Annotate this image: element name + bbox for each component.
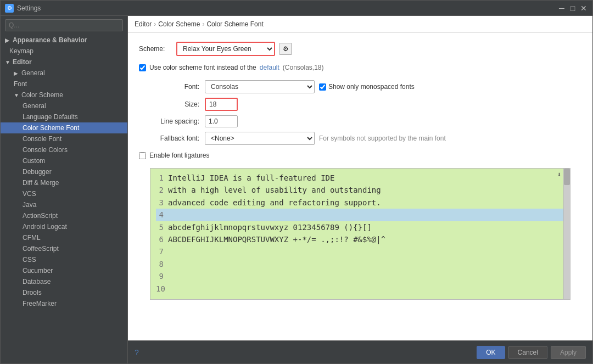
window-title: Settings: [17, 4, 41, 12]
main-panel: Editor › Color Scheme › Color Scheme Fon…: [128, 16, 592, 363]
bottom-bar: ? OK Cancel Apply: [128, 340, 592, 363]
fallback-control: <None> For symbols not supported by the …: [205, 132, 581, 145]
line-spacing-label: Line spacing:: [139, 117, 199, 125]
search-input[interactable]: [5, 19, 123, 31]
scheme-label: Scheme:: [139, 45, 172, 53]
sidebar-item-cs-general[interactable]: General: [1, 100, 127, 111]
sidebar-item-keymap[interactable]: Keymap: [1, 46, 127, 57]
breadcrumb-cs-font: Color Scheme Font: [206, 20, 263, 28]
sidebar: ▶ Appearance & Behavior Keymap ▼ Editor …: [1, 16, 128, 363]
breadcrumb: Editor › Color Scheme › Color Scheme Fon…: [128, 16, 592, 33]
arrow-icon-general: ▶: [14, 70, 19, 76]
main-content: ▶ Appearance & Behavior Keymap ▼ Editor …: [1, 16, 592, 363]
preview-content: 1 IntelliJ IDEA is a full-featured IDE 2…: [150, 169, 570, 298]
mono-checkbox-row: Show only monospaced fonts: [319, 83, 415, 91]
sidebar-item-language-defaults[interactable]: Language Defaults: [1, 111, 127, 122]
use-font-checkbox[interactable]: [139, 64, 146, 71]
default-link[interactable]: default: [260, 64, 279, 71]
search-box: [1, 16, 127, 35]
sidebar-item-freemarker[interactable]: FreeMarker: [1, 298, 127, 309]
preview-line-6: 6 ABCDEFGHIJKLMNOPQRSTUVWXYZ +-*/= .,;:!…: [156, 233, 564, 245]
sidebar-item-android-logcat[interactable]: Android Logcat: [1, 221, 127, 232]
help-icon[interactable]: ?: [135, 348, 139, 357]
preview-scrollbar[interactable]: [563, 169, 570, 299]
sidebar-item-vcs[interactable]: VCS: [1, 188, 127, 199]
font-control: Consolas Show only monospaced fonts: [205, 80, 581, 93]
sidebar-item-console-font[interactable]: Console Font: [1, 133, 127, 144]
size-control: [205, 98, 581, 111]
maximize-button[interactable]: □: [568, 4, 577, 13]
line-spacing-control: [205, 115, 581, 127]
preview-line-10: 10: [156, 283, 564, 295]
apply-button[interactable]: Apply: [551, 346, 586, 359]
show-mono-label: Show only monospaced fonts: [328, 83, 415, 91]
sidebar-item-cucumber[interactable]: Cucumber: [1, 265, 127, 276]
titlebar-left: ⚙ Settings: [5, 4, 41, 13]
sidebar-item-diff-merge[interactable]: Diff & Merge: [1, 177, 127, 188]
sidebar-item-actionscript[interactable]: ActionScript: [1, 210, 127, 221]
preview-area: 1 IntelliJ IDEA is a full-featured IDE 2…: [150, 168, 570, 300]
sidebar-item-font[interactable]: Font: [1, 79, 127, 89]
sidebar-item-color-scheme[interactable]: ▼ Color Scheme: [1, 89, 127, 100]
scrollbar-thumb[interactable]: [564, 169, 570, 185]
close-button[interactable]: ✕: [579, 4, 588, 13]
scheme-gear-button[interactable]: ⚙: [279, 43, 292, 55]
sidebar-item-general[interactable]: ▶ General: [1, 68, 127, 79]
sidebar-item-editor[interactable]: ▼ Editor: [1, 57, 127, 68]
settings-panel: Scheme: Relax Your Eyes Green ⚙ Use colo…: [128, 33, 592, 340]
preview-line-7: 7: [156, 245, 564, 257]
fallback-select[interactable]: <None>: [205, 132, 315, 145]
show-mono-checkbox[interactable]: [319, 83, 326, 91]
cancel-button[interactable]: Cancel: [508, 346, 547, 359]
sidebar-item-debugger[interactable]: Debugger: [1, 166, 127, 177]
preview-icon: ⬇: [557, 171, 561, 178]
scheme-row: Scheme: Relax Your Eyes Green ⚙: [139, 42, 581, 56]
app-icon: ⚙: [5, 4, 14, 13]
size-input[interactable]: [205, 98, 238, 111]
preview-line-3: 3 advanced code editing and refactoring …: [156, 197, 564, 209]
sidebar-item-color-scheme-font[interactable]: Color Scheme Font: [1, 122, 127, 133]
ok-button[interactable]: OK: [477, 346, 505, 359]
settings-grid: Font: Consolas Show only monospaced font…: [139, 80, 581, 145]
sidebar-item-coffeescript[interactable]: CoffeeScript: [1, 243, 127, 254]
sidebar-item-css[interactable]: CSS: [1, 254, 127, 265]
arrow-icon: ▶: [5, 37, 10, 43]
size-label: Size:: [139, 100, 199, 108]
minimize-button[interactable]: ─: [557, 4, 566, 13]
font-select[interactable]: Consolas: [205, 80, 315, 93]
sidebar-item-cfml[interactable]: CFML: [1, 232, 127, 243]
breadcrumb-color-scheme: Color Scheme: [158, 20, 200, 28]
default-info: (Consolas,18): [283, 64, 324, 71]
ligatures-row: Enable font ligatures: [139, 152, 581, 159]
preview-line-5: 5 abcdefghijklmnopqrstuvwxyz 0123456789 …: [156, 221, 564, 233]
preview-line-9: 9: [156, 270, 564, 282]
breadcrumb-sep-2: ›: [202, 20, 204, 28]
font-label: Font:: [139, 83, 199, 91]
preview-line-2: 2 with a high level of usability and out…: [156, 184, 564, 196]
breadcrumb-sep-1: ›: [154, 20, 156, 28]
sidebar-item-database[interactable]: Database: [1, 276, 127, 287]
line-spacing-input[interactable]: [205, 115, 238, 127]
settings-window: ⚙ Settings ─ □ ✕ ▶ Appearance & Behavior…: [0, 0, 593, 364]
ligatures-label: Enable font ligatures: [149, 152, 209, 159]
scheme-select[interactable]: Relax Your Eyes Green: [176, 42, 275, 56]
sidebar-item-drools[interactable]: Drools: [1, 287, 127, 298]
ligatures-checkbox[interactable]: [139, 152, 146, 159]
sidebar-item-java[interactable]: Java: [1, 199, 127, 210]
sidebar-item-custom[interactable]: Custom: [1, 155, 127, 166]
fallback-label: Fallback font:: [139, 135, 199, 142]
arrow-icon-cs: ▼: [14, 92, 19, 98]
preview-line-8: 8: [156, 258, 564, 270]
titlebar: ⚙ Settings ─ □ ✕: [1, 1, 592, 16]
use-font-label: Use color scheme font instead of the: [149, 64, 256, 71]
window-controls: ─ □ ✕: [557, 4, 588, 13]
breadcrumb-editor: Editor: [135, 20, 152, 28]
preview-line-1: 1 IntelliJ IDEA is a full-featured IDE: [156, 172, 564, 184]
fallback-hint: For symbols not supported by the main fo…: [319, 135, 446, 142]
arrow-icon-editor: ▼: [5, 59, 10, 65]
use-font-checkbox-row: Use color scheme font instead of the def…: [139, 64, 581, 71]
sidebar-item-console-colors[interactable]: Console Colors: [1, 144, 127, 155]
preview-line-4: 4: [156, 209, 564, 221]
sidebar-item-appearance[interactable]: ▶ Appearance & Behavior: [1, 35, 127, 46]
